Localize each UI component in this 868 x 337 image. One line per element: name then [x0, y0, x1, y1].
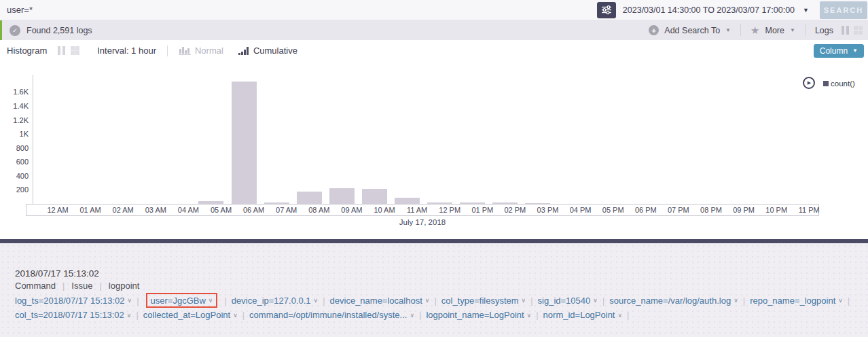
fields-row-2: col_ts=2018/07/17 15:13:02∨|collected_at… — [15, 310, 634, 320]
chart-legend: count() — [823, 79, 855, 88]
chevron-down-icon[interactable]: ∨ — [425, 297, 430, 304]
x-tick-label: 04 AM — [173, 206, 203, 214]
sliders-icon — [601, 5, 612, 14]
chevron-down-icon[interactable]: ∨ — [522, 297, 526, 304]
log-tab-command[interactable]: Command — [15, 281, 56, 291]
log-timestamp: 2018/07/17 15:13:02 — [15, 268, 99, 279]
chevron-down-icon[interactable]: ∨ — [127, 312, 132, 319]
field-separator: | — [323, 296, 325, 306]
chevron-down-icon[interactable]: ∨ — [527, 312, 532, 319]
legend-swatch — [823, 81, 829, 86]
histogram-bar[interactable] — [232, 82, 257, 204]
x-tick-label: 09 AM — [337, 206, 367, 214]
fields-row-1: log_ts=2018/07/17 15:13:02∨|user=JgcGBw∨… — [15, 293, 854, 308]
chevron-down-icon[interactable]: ∨ — [410, 312, 414, 319]
y-tick-label: 1.6K — [0, 88, 29, 96]
column-type-dropdown[interactable]: Column▼ — [814, 44, 864, 58]
log-field[interactable]: collected_at=LogPoint — [143, 310, 230, 320]
field-separator: | — [536, 310, 538, 320]
log-field[interactable]: device_name=localhost — [330, 296, 422, 306]
normal-mode-button[interactable]: Normal — [179, 46, 223, 56]
x-tick-label: 01 AM — [75, 206, 105, 214]
play-button[interactable]: ▶ — [803, 77, 815, 89]
time-range-picker[interactable]: 2023/03/01 14:30:00 TO 2023/03/07 17:00:… — [623, 5, 795, 15]
x-tick-label: 12 AM — [43, 206, 73, 214]
x-tick-label: 03 AM — [141, 206, 170, 214]
histogram-bar[interactable] — [297, 192, 322, 204]
time-range-caret-icon[interactable]: ▼ — [803, 7, 809, 14]
grid-view-icon[interactable] — [854, 26, 863, 35]
field-separator: | — [434, 296, 436, 306]
histogram-bar[interactable] — [329, 188, 355, 204]
field-separator: | — [627, 310, 629, 320]
more-caret-icon[interactable]: ▼ — [790, 27, 795, 33]
search-query-input[interactable] — [0, 5, 597, 15]
field-separator: | — [242, 310, 245, 320]
x-tick-label: 08 AM — [304, 206, 334, 214]
log-field[interactable]: col_ts=2018/07/17 15:13:02 — [15, 310, 124, 320]
log-field[interactable]: command=/opt/immune/installed/syste... — [249, 310, 407, 320]
list-view-icon[interactable] — [842, 26, 849, 35]
chevron-down-icon[interactable]: ∨ — [233, 312, 238, 319]
x-axis-date-label: July 17, 2018 — [26, 218, 819, 226]
x-tick-label: 05 AM — [206, 206, 236, 214]
chevron-down-icon[interactable]: ∨ — [209, 297, 213, 304]
chevron-down-icon[interactable]: ∨ — [314, 297, 319, 304]
x-tick-label: 09 PM — [729, 206, 759, 214]
star-icon[interactable]: ★ — [751, 25, 759, 35]
chevron-down-icon[interactable]: ∨ — [734, 297, 738, 304]
log-field[interactable]: logpoint_name=LogPoint — [426, 310, 524, 320]
log-field[interactable]: col_type=filesystem — [441, 296, 519, 306]
x-tick-label: 05 PM — [598, 206, 628, 214]
y-tick-label: 600 — [0, 158, 29, 166]
log-field[interactable]: user=JgcGBw — [151, 296, 206, 306]
histogram-bar[interactable] — [395, 198, 420, 204]
cumulative-mode-button[interactable]: Cumulative — [238, 46, 297, 56]
x-tick-label: 02 AM — [108, 206, 138, 214]
add-circle-icon[interactable]: + — [649, 25, 659, 35]
chevron-down-icon[interactable]: ∨ — [617, 312, 622, 319]
filter-settings-button[interactable] — [597, 2, 616, 18]
log-field[interactable]: repo_name=_logpoint — [750, 296, 835, 306]
found-logs-text: Found 2,591 logs — [26, 26, 92, 35]
x-tick-label: 11 PM — [794, 206, 824, 214]
x-axis-strip: 12 AM01 AM02 AM03 AM04 AM05 AM06 AM07 AM… — [26, 204, 819, 216]
x-tick-label: 02 PM — [500, 206, 530, 214]
histogram-grid-view-icon[interactable] — [71, 46, 79, 55]
log-field[interactable]: device_ip=127.0.0.1 — [232, 296, 311, 306]
histogram-bar[interactable] — [362, 189, 387, 204]
histogram-bars-view-icon[interactable] — [58, 46, 65, 55]
more-button[interactable]: More — [765, 26, 784, 35]
interval-label: Interval: 1 hour — [97, 46, 156, 56]
status-bar: ✓ Found 2,591 logs + Add Search To ▼ ★ M… — [0, 20, 868, 40]
field-separator: | — [743, 296, 745, 306]
log-tab-issue[interactable]: Issue — [71, 281, 92, 291]
y-tick-label: 1.4K — [0, 102, 29, 110]
y-tick-label: 1K — [0, 130, 29, 138]
x-tick-label: 03 PM — [533, 206, 563, 214]
search-button[interactable]: SEARCH — [820, 1, 867, 19]
chevron-down-icon[interactable]: ∨ — [838, 297, 843, 304]
field-separator: | — [137, 296, 139, 306]
log-field[interactable]: log_ts=2018/07/17 15:13:02 — [15, 296, 125, 306]
y-tick-label: 1.2K — [0, 116, 29, 124]
x-tick-label: 07 AM — [272, 206, 302, 214]
add-search-to-caret-icon[interactable]: ▼ — [725, 27, 731, 33]
log-tab-logpoint[interactable]: logpoint — [109, 281, 140, 291]
log-detail-panel: 2018/07/17 15:13:02 Command|Issue|logpoi… — [0, 243, 868, 337]
log-field[interactable]: sig_id=10540 — [538, 296, 591, 306]
x-tick-label: 10 AM — [369, 206, 399, 214]
chevron-down-icon[interactable]: ∨ — [593, 297, 598, 304]
chevron-down-icon[interactable]: ∨ — [128, 297, 132, 304]
field-separator: | — [602, 296, 604, 306]
x-tick-label: 12 PM — [435, 206, 465, 214]
log-field[interactable]: norm_id=LogPoint — [543, 310, 615, 320]
log-field[interactable]: source_name=/var/log/auth.log — [609, 296, 731, 306]
check-circle-icon: ✓ — [10, 25, 20, 36]
add-search-to-button[interactable]: Add Search To — [664, 26, 720, 35]
field-separator: | — [419, 310, 421, 320]
plot-area — [26, 61, 819, 204]
log-entry-tabs: Command|Issue|logpoint — [15, 281, 139, 291]
histogram-chart: 12 AM01 AM02 AM03 AM04 AM05 AM06 AM07 AM… — [0, 61, 868, 239]
histogram-label: Histogram — [7, 46, 47, 56]
